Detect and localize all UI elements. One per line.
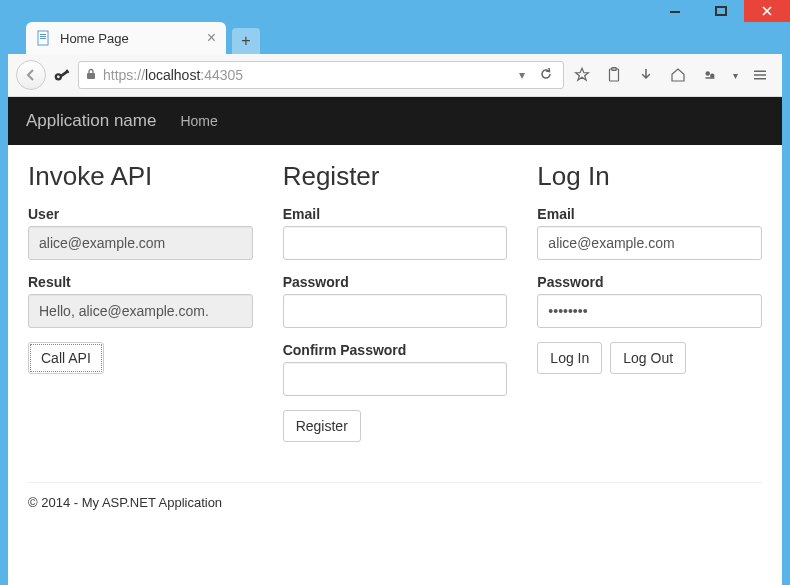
page-content: Application name Home Invoke API User Re… bbox=[8, 97, 782, 585]
login-button[interactable]: Log In bbox=[537, 342, 602, 374]
url-text: https://localhost:44305 bbox=[103, 67, 509, 83]
back-button[interactable] bbox=[16, 60, 46, 90]
svg-rect-6 bbox=[40, 36, 46, 37]
invoke-result-label: Result bbox=[28, 274, 253, 290]
brand-link[interactable]: Application name bbox=[26, 111, 156, 131]
home-icon[interactable] bbox=[664, 61, 692, 89]
login-email-input[interactable] bbox=[537, 226, 762, 260]
register-password-input[interactable] bbox=[283, 294, 508, 328]
svg-rect-19 bbox=[754, 74, 766, 76]
svg-rect-20 bbox=[754, 78, 766, 80]
svg-point-9 bbox=[57, 75, 60, 78]
window-maximize-button[interactable] bbox=[698, 0, 744, 22]
call-api-button[interactable]: Call API bbox=[28, 342, 104, 374]
svg-rect-0 bbox=[670, 11, 680, 13]
svg-rect-1 bbox=[716, 7, 726, 15]
register-email-input[interactable] bbox=[283, 226, 508, 260]
reload-icon[interactable] bbox=[535, 67, 557, 84]
bookmark-star-icon[interactable] bbox=[568, 61, 596, 89]
browser-toolbar: https://localhost:44305 ▾ ▾ bbox=[8, 54, 782, 97]
lock-icon bbox=[85, 68, 97, 83]
invoke-user-label: User bbox=[28, 206, 253, 222]
svg-rect-5 bbox=[40, 34, 46, 35]
footer-divider bbox=[28, 482, 762, 483]
login-section: Log In Email Password Log In Log Out bbox=[537, 161, 762, 442]
svg-rect-18 bbox=[754, 71, 766, 73]
browser-tab-title: Home Page bbox=[60, 31, 199, 46]
app-navbar: Application name Home bbox=[8, 97, 782, 145]
logout-button[interactable]: Log Out bbox=[610, 342, 686, 374]
window-close-button[interactable] bbox=[744, 0, 790, 22]
register-password-label: Password bbox=[283, 274, 508, 290]
browser-tabbar: Home Page × + bbox=[8, 22, 782, 54]
invoke-heading: Invoke API bbox=[28, 161, 253, 192]
invoke-user-input[interactable] bbox=[28, 226, 253, 260]
svg-rect-17 bbox=[706, 77, 715, 79]
svg-rect-12 bbox=[87, 73, 95, 79]
url-bar[interactable]: https://localhost:44305 ▾ bbox=[78, 61, 564, 89]
identity-key-icon[interactable] bbox=[50, 63, 74, 87]
invoke-result-input[interactable] bbox=[28, 294, 253, 328]
nav-home-link[interactable]: Home bbox=[180, 113, 217, 129]
browser-tab[interactable]: Home Page × bbox=[26, 22, 226, 54]
clipboard-icon[interactable] bbox=[600, 61, 628, 89]
window-titlebar bbox=[0, 0, 790, 22]
register-confirm-input[interactable] bbox=[283, 362, 508, 396]
svg-point-15 bbox=[706, 71, 711, 76]
login-password-label: Password bbox=[537, 274, 762, 290]
register-heading: Register bbox=[283, 161, 508, 192]
register-section: Register Email Password Confirm Password bbox=[283, 161, 508, 442]
window-minimize-button[interactable] bbox=[652, 0, 698, 22]
login-heading: Log In bbox=[537, 161, 762, 192]
register-email-label: Email bbox=[283, 206, 508, 222]
new-tab-button[interactable]: + bbox=[232, 28, 260, 54]
invoke-api-section: Invoke API User Result Call API bbox=[28, 161, 253, 442]
register-confirm-label: Confirm Password bbox=[283, 342, 508, 358]
svg-rect-7 bbox=[40, 38, 46, 39]
addon-icon[interactable] bbox=[696, 61, 724, 89]
dropdown-caret-icon[interactable]: ▾ bbox=[728, 61, 742, 89]
register-button[interactable]: Register bbox=[283, 410, 361, 442]
menu-hamburger-icon[interactable] bbox=[746, 61, 774, 89]
footer-text: © 2014 - My ASP.NET Application bbox=[8, 495, 782, 524]
tab-close-icon[interactable]: × bbox=[207, 29, 216, 47]
login-password-input[interactable] bbox=[537, 294, 762, 328]
download-arrow-icon[interactable] bbox=[632, 61, 660, 89]
login-email-label: Email bbox=[537, 206, 762, 222]
page-favicon-icon bbox=[36, 30, 52, 46]
dropdown-icon[interactable]: ▾ bbox=[515, 68, 529, 82]
